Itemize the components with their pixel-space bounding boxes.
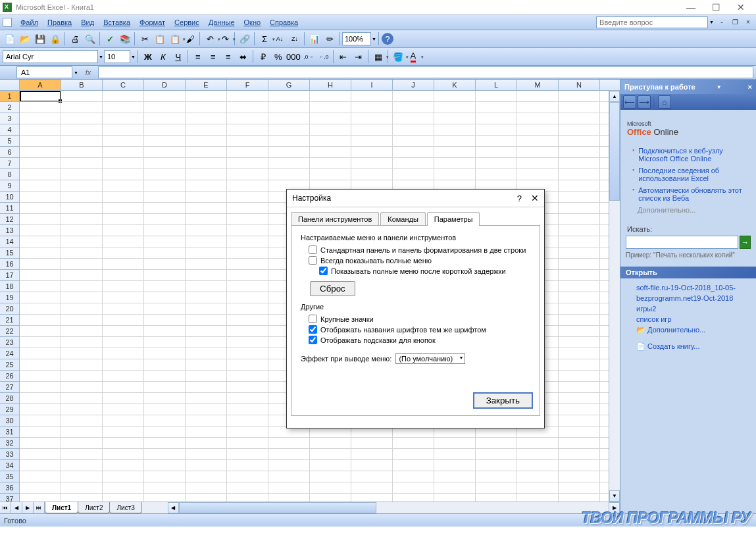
recent-file[interactable]: soft-file.ru-19-Oct-2018_10-05-: [626, 282, 751, 293]
col-header[interactable]: A: [20, 80, 61, 90]
help-icon[interactable]: ?: [382, 33, 393, 45]
tab-nav-prev-icon[interactable]: ◀: [11, 502, 22, 513]
select-all-button[interactable]: [0, 80, 20, 90]
row-header[interactable]: 2: [0, 102, 19, 113]
copy-icon[interactable]: 📋: [153, 32, 167, 46]
print-icon[interactable]: 🖨: [68, 32, 82, 46]
row-header[interactable]: 22: [0, 326, 19, 337]
redo-icon[interactable]: ↷: [218, 32, 232, 46]
align-left-icon[interactable]: ≡: [191, 49, 205, 64]
fx-icon[interactable]: fx: [78, 68, 98, 76]
check-two-rows[interactable]: Стандартная панель и панель форматирован…: [309, 246, 530, 254]
row-header[interactable]: 4: [0, 124, 19, 136]
font-size-input[interactable]: [104, 50, 130, 63]
scroll-up-icon[interactable]: ▲: [609, 91, 620, 102]
row-header[interactable]: 27: [0, 382, 19, 393]
control-menu-icon[interactable]: [3, 18, 12, 27]
dialog-close-icon[interactable]: ✕: [531, 193, 539, 203]
taskpane-link[interactable]: Подключиться к веб-узлу Microsoft Office…: [626, 145, 751, 165]
increase-decimal-icon[interactable]: ,0→: [301, 49, 316, 64]
permissions-icon[interactable]: 🔒: [48, 32, 63, 46]
name-box[interactable]: [16, 66, 72, 78]
merge-center-icon[interactable]: ⬌: [236, 49, 251, 64]
maximize-button[interactable]: ☐: [703, 1, 728, 14]
row-header[interactable]: 26: [0, 371, 19, 382]
preview-icon[interactable]: 🔍: [83, 32, 97, 46]
row-header[interactable]: 30: [0, 415, 19, 427]
col-header[interactable]: E: [186, 80, 227, 90]
taskpane-more-link[interactable]: Дополнительно...: [626, 204, 751, 216]
active-cell-selection[interactable]: [20, 91, 61, 102]
comma-icon[interactable]: 000: [286, 49, 301, 64]
row-header[interactable]: 9: [0, 180, 19, 192]
research-icon[interactable]: 📚: [118, 32, 132, 46]
menu-effect-select[interactable]: (По умолчанию) ▾: [395, 353, 465, 364]
decrease-decimal-icon[interactable]: ←,0: [316, 49, 331, 64]
tab-commands[interactable]: Команды: [380, 212, 426, 226]
hscroll-thumb[interactable]: [179, 502, 376, 513]
taskpane-menu-icon[interactable]: ▼: [717, 84, 722, 90]
row-header[interactable]: 3: [0, 113, 19, 124]
col-header[interactable]: J: [393, 80, 434, 90]
taskpane-forward-icon[interactable]: ⟶: [638, 95, 651, 109]
fill-color-icon[interactable]: 🪣: [391, 49, 405, 64]
tab-nav-first-icon[interactable]: ⏮: [0, 502, 11, 513]
col-header[interactable]: N: [559, 80, 600, 90]
check-full-menus[interactable]: Всегда показывать полные меню: [309, 256, 530, 265]
taskpane-search-input[interactable]: [626, 236, 738, 249]
menu-help[interactable]: Справка: [265, 17, 303, 28]
row-header[interactable]: 37: [0, 494, 19, 502]
taskpane-home-icon[interactable]: ⌂: [658, 95, 671, 109]
horizontal-scrollbar[interactable]: ◀ ▶: [168, 502, 620, 513]
mdi-minimize-button[interactable]: -: [717, 17, 727, 28]
row-header[interactable]: 18: [0, 281, 19, 292]
reset-button[interactable]: Сброс: [310, 281, 355, 296]
col-header[interactable]: F: [227, 80, 268, 90]
sheet-tab[interactable]: Лист2: [78, 502, 110, 513]
scroll-left-icon[interactable]: ◀: [168, 502, 179, 513]
scroll-right-icon[interactable]: ▶: [609, 502, 620, 513]
more-files-link[interactable]: Дополнительно...: [626, 324, 751, 336]
col-header[interactable]: C: [103, 80, 144, 90]
taskpane-link[interactable]: Автоматически обновлять этот список из В…: [626, 184, 751, 204]
tab-toolbars[interactable]: Панели инструментов: [291, 212, 379, 226]
row-header[interactable]: 10: [0, 192, 19, 203]
col-header[interactable]: H: [310, 80, 351, 90]
col-header[interactable]: G: [268, 80, 310, 90]
col-header[interactable]: L: [476, 80, 517, 90]
cut-icon[interactable]: ✂: [138, 32, 152, 46]
menu-edit[interactable]: Правка: [43, 17, 76, 28]
tab-nav-last-icon[interactable]: ⏭: [34, 502, 45, 513]
autosum-icon[interactable]: Σ: [257, 32, 272, 46]
window-close-button[interactable]: ✕: [728, 1, 753, 14]
row-header[interactable]: 24: [0, 348, 19, 359]
font-color-icon[interactable]: A: [406, 49, 420, 64]
recent-file[interactable]: bezprogramm.net19-Oct-2018: [626, 293, 751, 303]
decrease-indent-icon[interactable]: ⇤: [336, 49, 351, 64]
row-header[interactable]: 23: [0, 337, 19, 348]
check-font-names[interactable]: Отображать названия шрифтов тем же шрифт…: [309, 325, 530, 334]
row-header[interactable]: 1: [0, 91, 19, 102]
check-delay[interactable]: Показывать полные меню после короткой за…: [319, 267, 530, 275]
vertical-scrollbar[interactable]: ▲ ▼: [609, 91, 620, 502]
row-header[interactable]: 6: [0, 147, 19, 158]
menu-insert[interactable]: Вставка: [99, 17, 135, 28]
underline-icon[interactable]: Ч: [171, 49, 186, 64]
chart-wizard-icon[interactable]: 📊: [307, 32, 322, 46]
row-header[interactable]: 21: [0, 315, 19, 326]
row-header[interactable]: 34: [0, 460, 19, 471]
row-header[interactable]: 36: [0, 482, 19, 494]
row-header[interactable]: 33: [0, 449, 19, 460]
align-center-icon[interactable]: ≡: [206, 49, 220, 64]
minimize-button[interactable]: —: [678, 1, 703, 14]
taskpane-search-go-icon[interactable]: →: [740, 236, 751, 249]
vscroll-thumb[interactable]: [609, 102, 620, 201]
tab-options[interactable]: Параметры: [427, 212, 480, 226]
col-header[interactable]: I: [351, 80, 393, 90]
row-header[interactable]: 25: [0, 359, 19, 371]
menu-view[interactable]: Вид: [76, 17, 99, 28]
col-header[interactable]: M: [517, 80, 559, 90]
mdi-close-button[interactable]: ×: [743, 17, 753, 28]
row-header[interactable]: 29: [0, 404, 19, 415]
menu-data[interactable]: Данные: [204, 17, 239, 28]
